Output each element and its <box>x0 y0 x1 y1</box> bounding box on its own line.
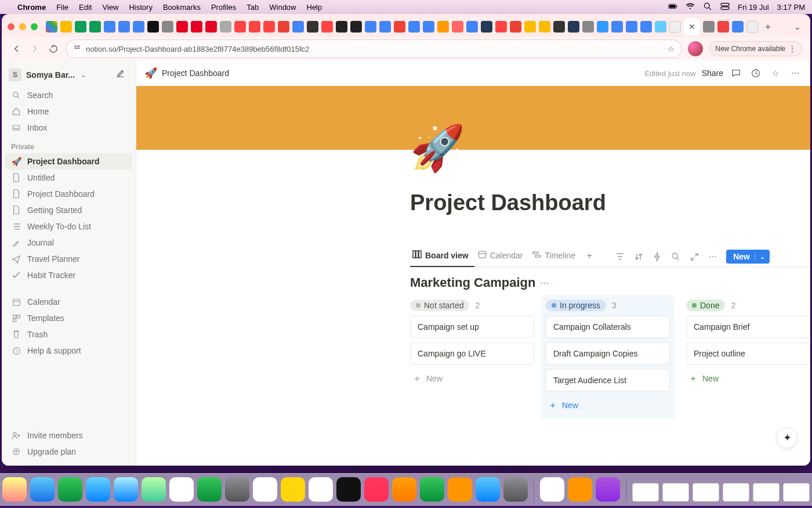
dock-minimized-window[interactable] <box>632 483 659 502</box>
updates-icon[interactable] <box>749 66 763 80</box>
tab-favicon[interactable] <box>104 21 115 33</box>
dock-app-reminders[interactable] <box>253 477 277 502</box>
status-pill-not-started[interactable]: Not started <box>410 300 469 311</box>
tab-favicon[interactable] <box>669 21 681 33</box>
board-card[interactable]: Draft Campaign Copies <box>546 343 670 365</box>
sidebar-page-weekly-todo[interactable]: Weekly To-do List <box>5 218 132 235</box>
new-tab-button[interactable]: ＋ <box>761 22 775 31</box>
page-cover[interactable]: 🚀 <box>136 86 810 150</box>
menu-app-name[interactable]: Chrome <box>17 3 46 12</box>
close-tab-icon[interactable]: ✕ <box>688 22 695 31</box>
tab-favicon[interactable] <box>717 21 729 33</box>
tab-favicon[interactable] <box>481 21 492 33</box>
dock-app-books[interactable] <box>568 477 592 502</box>
window-close-button[interactable] <box>8 23 14 30</box>
dock-app-launchpad[interactable] <box>2 477 27 502</box>
sidebar-page-project-dashboard-2[interactable]: Project Dashboard <box>5 186 132 202</box>
dock-app-podcasts[interactable] <box>596 477 620 502</box>
board-card[interactable]: Campaign Collaterals <box>546 316 670 338</box>
workspace-switcher[interactable]: S Somya Bar... ⌄ <box>9 69 86 81</box>
db-new-button[interactable]: New ⌄ <box>726 250 770 264</box>
sidebar-calendar[interactable]: Calendar <box>5 294 132 310</box>
sidebar-home[interactable]: Home <box>5 103 132 120</box>
dock-app-pages[interactable] <box>448 477 472 502</box>
site-info-icon[interactable] <box>73 44 81 54</box>
menu-history[interactable]: History <box>129 3 152 12</box>
database-title[interactable]: Marketing Campaign <box>410 275 535 290</box>
column-add-new[interactable]: ＋New <box>546 396 670 415</box>
board-card[interactable]: Campaign set up <box>410 316 534 338</box>
favorite-icon[interactable]: ☆ <box>768 66 782 80</box>
tab-favicon[interactable] <box>746 21 758 33</box>
new-page-button[interactable] <box>115 69 128 81</box>
tab-favicon[interactable] <box>220 21 231 33</box>
address-bar[interactable]: notion.so/Project-Dashboard-ab1883e2f877… <box>66 39 682 58</box>
tab-favicon[interactable] <box>205 21 217 33</box>
status-pill-in-progress[interactable]: In progress <box>546 300 606 311</box>
tab-favicon[interactable] <box>336 21 347 33</box>
tab-favicon[interactable] <box>307 21 318 33</box>
bookmark-star-icon[interactable]: ☆ <box>668 45 675 53</box>
db-view-board[interactable]: Board view <box>410 247 474 267</box>
dock-app-keynote[interactable] <box>392 477 416 502</box>
menubar-time[interactable]: 3:17 PM <box>777 3 805 12</box>
battery-icon[interactable] <box>668 2 677 13</box>
more-icon[interactable]: ⋯ <box>788 66 802 80</box>
tab-favicon[interactable] <box>292 21 304 33</box>
sidebar-templates[interactable]: Templates <box>5 310 132 326</box>
db-add-view[interactable]: ＋ <box>582 247 600 266</box>
chrome-update-button[interactable]: New Chrome available ⋮ <box>709 41 802 56</box>
dock-app-safari[interactable] <box>30 477 55 502</box>
column-add-new[interactable]: ＋New <box>686 369 810 388</box>
menu-help[interactable]: Help <box>307 3 322 12</box>
share-button[interactable]: Share <box>702 69 723 78</box>
tab-favicon[interactable] <box>60 21 72 33</box>
tab-favicon[interactable] <box>394 21 405 33</box>
sidebar-page-habit-tracker[interactable]: Habit Tracker <box>5 267 132 283</box>
menubar-date[interactable]: Fri 19 Jul <box>738 3 768 12</box>
control-center-icon[interactable] <box>720 2 730 13</box>
tab-favicon[interactable] <box>626 21 637 33</box>
filter-icon[interactable] <box>615 251 625 262</box>
tab-favicon[interactable] <box>263 21 275 33</box>
expand-icon[interactable] <box>689 251 699 262</box>
db-view-calendar[interactable]: Calendar <box>476 247 529 266</box>
sidebar-page-project-dashboard[interactable]: 🚀Project Dashboard <box>5 153 132 170</box>
board-card[interactable]: Project outline <box>686 343 810 365</box>
dock-minimized-window[interactable] <box>693 483 719 502</box>
page-emoji-icon[interactable]: 🚀 <box>410 122 465 174</box>
dock-app-chrome[interactable] <box>540 477 564 502</box>
chevron-down-icon[interactable]: ⌄ <box>755 253 765 261</box>
tab-favicon[interactable] <box>176 21 188 33</box>
menu-profiles[interactable]: Profiles <box>211 3 236 12</box>
tab-favicon[interactable] <box>703 21 715 33</box>
menu-file[interactable]: File <box>56 3 68 12</box>
sidebar-page-journal[interactable]: Journal <box>5 235 132 251</box>
tab-favicon[interactable] <box>437 21 449 33</box>
dock-app-numbers[interactable] <box>420 477 444 502</box>
sidebar-help[interactable]: ?Help & support <box>5 343 132 359</box>
forward-button[interactable] <box>28 42 41 55</box>
automation-icon[interactable] <box>652 251 662 262</box>
dock-app-calendar[interactable] <box>169 477 194 502</box>
sidebar-page-untitled[interactable]: Untitled <box>5 170 132 186</box>
dock-app-notes[interactable] <box>281 477 305 502</box>
tab-favicon[interactable] <box>379 21 391 33</box>
breadcrumb[interactable]: 🚀 Project Dashboard <box>144 67 229 80</box>
board-card[interactable]: Target Audience List <box>546 369 670 391</box>
dock-app-settings[interactable] <box>503 477 528 502</box>
tab-favicon[interactable] <box>466 21 478 33</box>
tab-favicon[interactable] <box>89 21 101 33</box>
dock-app-facetime[interactable] <box>197 477 222 502</box>
tab-favicon[interactable] <box>75 21 86 33</box>
tab-favicon[interactable] <box>46 21 57 33</box>
dock-app-messages[interactable] <box>58 477 82 502</box>
sort-icon[interactable] <box>633 251 644 262</box>
dock-app-maps[interactable] <box>114 477 138 502</box>
tab-favicon[interactable] <box>278 21 289 33</box>
tab-favicon[interactable] <box>452 21 463 33</box>
dock-app-contacts[interactable] <box>225 477 249 502</box>
sidebar-page-getting-started[interactable]: Getting Started <box>5 202 132 218</box>
dock-minimized-window[interactable] <box>723 483 749 502</box>
board-card[interactable]: Campaign Brief <box>686 316 810 338</box>
